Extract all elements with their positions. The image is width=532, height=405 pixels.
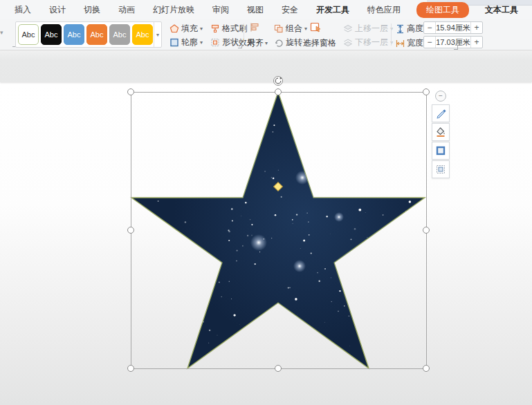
group-icon	[274, 24, 284, 33]
send-backward-label: 下移一层	[355, 37, 388, 48]
square-outline-icon	[435, 145, 446, 156]
bring-forward-button: 上移一层 ▾	[342, 23, 394, 35]
dropdown-caret-icon: ▾	[200, 40, 203, 46]
width-spinner: − 17.03厘米 +	[423, 36, 483, 48]
quick-fill-button[interactable]	[432, 123, 450, 141]
ribbon-separator	[391, 23, 392, 46]
slide[interactable]	[0, 82, 532, 405]
width-increase-button[interactable]: +	[470, 37, 482, 48]
fill-button[interactable]: 填充 ▾	[168, 23, 204, 35]
style-preset-black[interactable]: Abc	[41, 24, 62, 45]
menu-tab-developer[interactable]: 开发工具	[307, 4, 358, 16]
ribbon: ▾ Abc Abc Abc Abc Abc Abc ▾ 填充	[0, 19, 532, 50]
canvas-margin	[0, 50, 532, 82]
dropdown-caret-icon: ▾	[304, 26, 307, 32]
quick-outline-button[interactable]	[432, 142, 450, 160]
dropdown-caret-icon: ▾	[265, 41, 268, 46]
send-backward-button: 下移一层 ▾	[342, 37, 394, 48]
quick-style-button[interactable]	[432, 104, 450, 122]
menu-tab-view[interactable]: 视图	[238, 4, 273, 16]
align-label: 对齐	[247, 37, 264, 49]
align-button[interactable]: 对齐 ▾	[247, 37, 268, 49]
menu-tab-animation[interactable]: 动画	[109, 4, 144, 16]
menu-tab-review[interactable]: 审阅	[203, 4, 238, 16]
menu-tab-insert[interactable]: 插入	[6, 4, 40, 16]
menu-tab-design[interactable]: 设计	[40, 4, 75, 16]
outline-button[interactable]: 轮廓 ▾	[168, 37, 204, 48]
group-expander-icon[interactable]	[238, 44, 242, 48]
width-decrease-button[interactable]: −	[424, 37, 436, 48]
find-button[interactable]: 查找	[527, 0, 532, 21]
pen-icon	[435, 108, 446, 119]
paint-bucket-icon	[435, 126, 446, 138]
group-label: 组合	[286, 23, 302, 35]
menu-tab-drawing-tools-active[interactable]: 绘图工具	[416, 2, 469, 18]
style-preset-orange[interactable]: Abc	[86, 24, 107, 45]
menu-tab-transitions[interactable]: 切换	[75, 4, 109, 16]
selection-pane-button[interactable]: 选择窗格	[303, 37, 336, 49]
bring-forward-icon	[343, 24, 353, 33]
height-spinner: − 15.94厘米 +	[423, 21, 483, 34]
fill-label: 填充	[181, 23, 198, 35]
format-painter-button[interactable]: 格式刷	[209, 23, 248, 35]
toolbar-collapse-button[interactable]: −	[435, 91, 446, 102]
app-window: 插入 设计 切换 动画 幻灯片放映 审阅 视图 安全 开发工具 特色应用 绘图工…	[0, 0, 532, 405]
ribbon-separator	[244, 23, 244, 46]
menu-bar: 插入 设计 切换 动画 幻灯片放映 审阅 视图 安全 开发工具 特色应用 绘图工…	[0, 0, 532, 19]
style-preset-yellow[interactable]: Abc	[132, 24, 153, 45]
selection-pane-icon[interactable]	[310, 22, 322, 35]
height-value-field[interactable]: 15.94厘米	[436, 22, 470, 33]
swatch-row: Abc Abc Abc Abc Abc Abc	[16, 24, 153, 45]
menu-tab-slideshow[interactable]: 幻灯片放映	[144, 4, 203, 16]
bring-forward-label: 上移一层	[355, 23, 388, 35]
quick-effects-button[interactable]	[432, 160, 450, 178]
align-icon[interactable]	[249, 22, 260, 35]
group-button[interactable]: 组合 ▾	[273, 23, 309, 35]
header: 插入 设计 切换 动画 幻灯片放映 审阅 视图 安全 开发工具 特色应用 绘图工…	[0, 0, 532, 50]
group-expander-icon[interactable]	[454, 46, 458, 50]
format-painter-icon	[210, 24, 220, 33]
gallery-more-button[interactable]: ▾	[154, 22, 161, 47]
outline-label: 轮廓	[181, 37, 198, 48]
style-preset-blue[interactable]: Abc	[64, 24, 84, 45]
shape-effects-icon	[210, 38, 220, 47]
fill-icon	[169, 24, 179, 33]
menu-tab-security[interactable]: 安全	[273, 4, 307, 16]
style-preset-white[interactable]: Abc	[18, 24, 39, 45]
rotate-label: 旋转	[286, 37, 302, 48]
height-decrease-button[interactable]: −	[424, 22, 436, 33]
selection-pane-label: 选择窗格	[303, 37, 336, 49]
dropdown-caret-icon: ▾	[200, 26, 203, 32]
effects-icon	[435, 164, 446, 175]
width-icon	[396, 39, 405, 48]
height-increase-button[interactable]: +	[470, 22, 482, 33]
menu-tab-text-tools[interactable]: 文本工具	[476, 4, 527, 16]
send-backward-icon	[343, 38, 353, 47]
rotate-icon	[274, 38, 284, 47]
width-value-field[interactable]: 17.03厘米	[436, 37, 470, 48]
shape-style-gallery: Abc Abc Abc Abc Abc Abc ▾	[15, 21, 162, 48]
height-icon	[396, 24, 405, 34]
height-label-row: 高度:	[396, 23, 425, 35]
width-label-row: 宽度:	[396, 37, 425, 49]
floating-shape-toolbar: −	[430, 91, 451, 179]
outline-icon	[169, 38, 179, 47]
style-preset-gray[interactable]: Abc	[109, 24, 130, 45]
menu-tab-special-apps[interactable]: 特色应用	[358, 4, 410, 16]
clipped-control[interactable]: ▾	[0, 29, 11, 39]
